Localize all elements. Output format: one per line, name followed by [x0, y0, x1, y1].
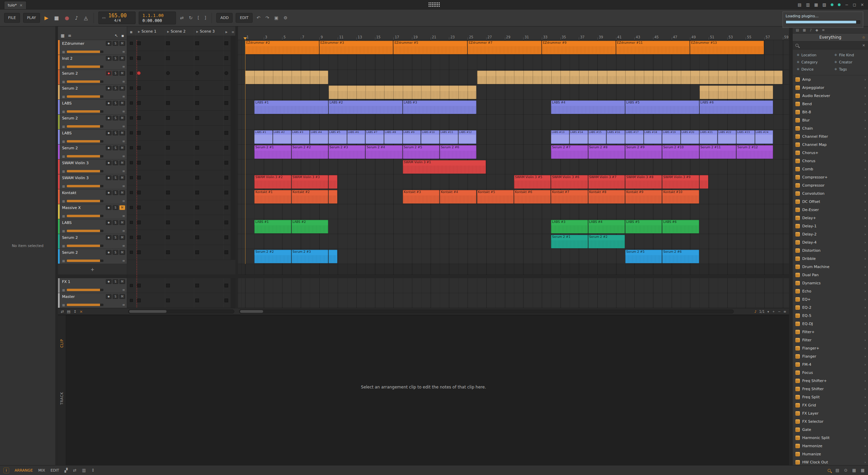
arrangement-clip[interactable]: LABS #1: [254, 130, 273, 144]
view-edit[interactable]: EDIT: [51, 468, 59, 473]
track-header[interactable]: SWAM Violin 3●SM▦≡: [58, 174, 127, 189]
chevron-right-icon[interactable]: ›: [865, 362, 866, 367]
arrangement-clip[interactable]: Serum 2 #9: [625, 145, 662, 159]
clip-slot[interactable]: [223, 155, 231, 170]
clip-slot[interactable]: [136, 81, 165, 95]
chevron-right-icon[interactable]: ›: [865, 444, 866, 448]
history-panel-icon[interactable]: ⊙: [844, 468, 847, 473]
chevron-right-icon[interactable]: ›: [865, 265, 866, 269]
solo-button[interactable]: S: [113, 146, 118, 150]
clip-slot[interactable]: [223, 96, 231, 110]
mute-button[interactable]: M: [119, 220, 125, 225]
clip-stop-cell[interactable]: [127, 155, 136, 170]
mute-button[interactable]: M: [119, 101, 125, 106]
volume-fader[interactable]: [67, 125, 103, 128]
track-menu-icon[interactable]: ≡: [122, 199, 125, 203]
slot-stop-button[interactable]: [137, 176, 141, 179]
track-header[interactable]: Massive X●SM▦≡: [58, 204, 127, 219]
stop-button[interactable]: [130, 57, 133, 60]
chevron-right-icon[interactable]: ›: [865, 403, 866, 407]
record-arm-button[interactable]: ●: [106, 190, 112, 195]
solo-button[interactable]: S: [113, 116, 118, 120]
slot-stop-button[interactable]: [166, 235, 170, 239]
record-arm-button[interactable]: ●: [106, 101, 112, 106]
clip-slot[interactable]: [136, 155, 165, 170]
clip-slot[interactable]: [223, 140, 231, 155]
record-arm-button[interactable]: ●: [106, 86, 112, 91]
record-slot-button[interactable]: [166, 71, 170, 75]
device-list-item[interactable]: EQ-2›: [793, 303, 868, 311]
solo-button[interactable]: S: [113, 56, 118, 61]
device-list-item[interactable]: Bit-8›: [793, 108, 868, 116]
clip-stop-cell[interactable]: [127, 215, 136, 230]
record-slot-button[interactable]: [137, 71, 141, 75]
slot-stop-button[interactable]: [166, 116, 170, 120]
arrangement-clip[interactable]: Serum 2 #4: [366, 145, 402, 159]
clip-slot[interactable]: [136, 200, 165, 215]
arrangement-clip[interactable]: LABS #8: [384, 130, 402, 144]
clip-slot[interactable]: [165, 278, 194, 293]
track-menu-icon[interactable]: ≡: [122, 50, 125, 54]
clip-slot[interactable]: [194, 140, 223, 155]
chevron-right-icon[interactable]: ›: [865, 395, 866, 399]
slot-stop-button[interactable]: [224, 284, 228, 287]
arrangement-clip[interactable]: LABS #12: [458, 130, 477, 144]
clip-slot[interactable]: [223, 293, 231, 308]
device-list-item[interactable]: Channel Map›: [793, 140, 868, 149]
track-menu-icon[interactable]: ≡: [122, 110, 125, 113]
volume-fader[interactable]: [67, 155, 103, 157]
arrangement-clip[interactable]: SWAM Violin 3 #8: [625, 175, 662, 189]
chevron-right-icon[interactable]: ›: [865, 436, 866, 440]
clip-slot[interactable]: [223, 66, 231, 80]
clip-slot[interactable]: [165, 170, 194, 185]
track-menu-icon[interactable]: ≡: [122, 214, 125, 218]
arrangement-clip[interactable]: EZdrummer #3: [319, 41, 393, 54]
device-list-item[interactable]: Drum Machine›: [793, 263, 868, 271]
slot-stop-button[interactable]: [195, 191, 199, 194]
clip-slot[interactable]: [194, 230, 223, 245]
slot-stop-button[interactable]: [137, 299, 141, 302]
device-list-item[interactable]: Audio Receiver›: [793, 92, 868, 100]
slot-stop-button[interactable]: [166, 161, 170, 165]
clip-stop-cell[interactable]: [127, 36, 136, 51]
stop-button[interactable]: [130, 42, 133, 45]
chevron-right-icon[interactable]: ›: [865, 354, 866, 359]
clip-stop-cell[interactable]: [127, 126, 136, 140]
expand-icon[interactable]: ↕: [74, 309, 77, 314]
track-menu-icon[interactable]: ≡: [122, 244, 125, 248]
cursor-tool-icon[interactable]: ↖: [115, 33, 118, 38]
mute-button[interactable]: M: [119, 56, 125, 61]
clip-slot[interactable]: [194, 245, 223, 260]
record-arm-button[interactable]: ●: [106, 250, 112, 255]
clip-slot[interactable]: [223, 278, 231, 293]
arrangement-clip[interactable]: SWAM Violin 3 #9: [662, 175, 699, 189]
browser-source-icon[interactable]: ▦: [803, 28, 806, 32]
track-menu-icon[interactable]: ≡: [122, 65, 125, 69]
slot-stop-button[interactable]: [137, 101, 141, 105]
arrangement-clip[interactable]: Serum 2 #12: [736, 145, 773, 159]
solo-button[interactable]: S: [113, 279, 118, 284]
slot-stop-button[interactable]: [195, 56, 199, 60]
browser-header[interactable]: Everything ☆: [793, 33, 868, 41]
track-header[interactable]: Serum 2●SM▦≡: [58, 70, 127, 85]
scene-play-icon[interactable]: ▶: [138, 30, 140, 33]
device-list-item[interactable]: Chorus›: [793, 157, 868, 165]
chevron-right-icon[interactable]: ›: [865, 305, 866, 310]
mute-button[interactable]: M: [119, 175, 125, 180]
browser-search-row[interactable]: ×: [793, 41, 868, 50]
record-arm-button[interactable]: ●: [106, 294, 112, 299]
clip-slot[interactable]: [136, 36, 165, 51]
chevron-right-icon[interactable]: ›: [865, 102, 866, 106]
slot-stop-button[interactable]: [195, 235, 199, 239]
arrangement-clip[interactable]: [477, 71, 783, 84]
filter-tags[interactable]: ✻Tags: [830, 65, 868, 73]
clip-slot[interactable]: [165, 245, 194, 260]
chevron-right-icon[interactable]: ›: [865, 297, 866, 302]
clip-slot[interactable]: [165, 96, 194, 110]
volume-fader[interactable]: [67, 95, 103, 98]
clip-slot[interactable]: [136, 66, 165, 80]
solo-button[interactable]: S: [113, 175, 118, 180]
launcher-menu-icon[interactable]: ≡: [231, 30, 235, 36]
mute-button[interactable]: M: [119, 294, 125, 299]
grid-resolution-value[interactable]: 1/1: [759, 310, 765, 314]
